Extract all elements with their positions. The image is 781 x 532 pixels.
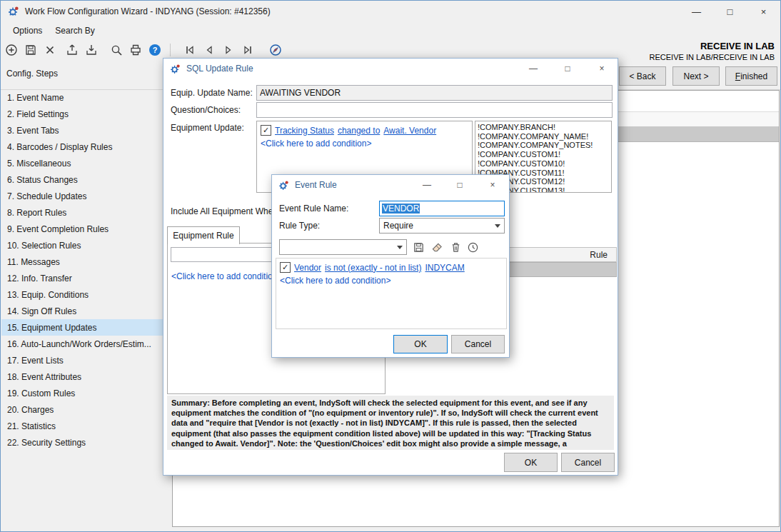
sidebar-item-event-completion-rules[interactable]: 9. Event Completion Rules [1, 221, 167, 237]
event-dialog-maximize-button[interactable]: □ [449, 176, 470, 194]
rule-type-label: Rule Type: [279, 221, 320, 231]
sidebar-item-equip-conditions[interactable]: 13. Equip. Conditions [1, 286, 167, 303]
update-rule-checkbox[interactable]: ✓ [261, 125, 271, 136]
search-icon[interactable] [110, 44, 123, 56]
event-dialog-close-button[interactable]: × [482, 176, 503, 194]
event-dialog-titlebar: Event Rule — □ × [272, 175, 509, 195]
saved-rule-combo[interactable] [279, 239, 407, 255]
equipment-add-condition-link[interactable]: <Click here to add condition> [171, 271, 282, 281]
update-name-label: Equip. Update Name: [171, 88, 253, 98]
maximize-button[interactable]: □ [713, 1, 747, 22]
sql-cancel-button[interactable]: Cancel [561, 453, 615, 472]
link-indycam[interactable]: INDYCAM [425, 263, 464, 273]
gear-icon [278, 180, 289, 191]
event-rule-name-label: Event Rule Name: [279, 204, 348, 214]
save-icon[interactable] [24, 44, 37, 56]
import-icon[interactable] [85, 44, 98, 56]
config-steps-title: Config. Steps [6, 69, 58, 79]
sidebar-item-event-name[interactable]: 1. Event Name [1, 89, 167, 106]
compass-icon[interactable] [269, 44, 282, 56]
nav-next-icon[interactable] [222, 44, 235, 56]
list-item[interactable]: !COMPANY.BRANCH! [478, 123, 609, 132]
sidebar-item-selection-rules[interactable]: 10. Selection Rules [1, 237, 167, 254]
sidebar-item-schedule-updates[interactable]: 7. Schedule Updates [1, 188, 167, 204]
add-condition-link[interactable]: <Click here to add condition> [257, 136, 472, 149]
delete-icon[interactable] [44, 44, 56, 56]
next-button[interactable]: Next > [672, 66, 720, 86]
list-item[interactable]: !COMPANY.CUSTOM10! [478, 159, 609, 169]
sidebar-item-custom-rules[interactable]: 19. Custom Rules [1, 385, 167, 401]
menubar: Options Search By [1, 22, 781, 39]
sql-dialog-title: SQL Update Rule [186, 64, 253, 74]
sidebar-item-status-changes[interactable]: 6. Status Changes [1, 171, 167, 188]
nav-previous-icon[interactable] [203, 44, 216, 56]
rule-type-dropdown[interactable]: Require [379, 218, 505, 234]
current-event-path: RECEIVE IN LAB/RECEIVE IN LAB [650, 53, 775, 61]
sidebar-item-auto-launch[interactable]: 16. Auto-Launch/Work Orders/Estim... [1, 336, 167, 352]
trash-icon[interactable] [450, 241, 462, 254]
help-icon[interactable]: ? [148, 44, 161, 56]
sql-dialog-titlebar: SQL Update Rule — □ × [163, 59, 618, 79]
sidebar-item-barcodes[interactable]: 4. Barcodes / Display Rules [1, 139, 167, 155]
sql-dialog-close-button[interactable]: × [590, 59, 613, 78]
event-rule-condition-panel: ✓ Vendor is not (exactly - not in list) … [276, 258, 507, 329]
sidebar-item-field-settings[interactable]: 2. Field Settings [1, 106, 167, 122]
event-rule-dialog: Event Rule — □ × Event Rule Name: VENDOR… [271, 174, 510, 358]
finished-button[interactable]: Finished [725, 66, 777, 86]
eraser-icon[interactable] [431, 241, 443, 254]
update-name-input[interactable] [256, 85, 613, 101]
clock-icon[interactable] [467, 241, 479, 254]
link-is-not-exactly[interactable]: is not (exactly - not in list) [325, 263, 421, 273]
sidebar-item-charges[interactable]: 20. Charges [1, 401, 167, 418]
link-await-vendor[interactable]: Await. Vendor [383, 126, 436, 136]
sql-dialog-minimize-button[interactable]: — [522, 59, 545, 78]
list-item[interactable]: !COMPANY.COMPANY_NOTES! [478, 141, 609, 150]
nav-first-icon[interactable] [183, 44, 196, 56]
close-button[interactable]: × [747, 1, 780, 22]
sidebar-item-report-rules[interactable]: 8. Report Rules [1, 204, 167, 221]
sidebar-item-event-attributes[interactable]: 18. Event Attributes [1, 368, 167, 385]
back-button[interactable]: < Back [619, 66, 666, 86]
link-vendor[interactable]: Vendor [294, 263, 321, 273]
config-steps-list: 1. Event Name 2. Field Settings 3. Event… [1, 89, 167, 451]
sidebar-item-equipment-updates[interactable]: 15. Equipment Updates [1, 319, 167, 336]
menu-options[interactable]: Options [6, 24, 49, 38]
tab-equipment-rule[interactable]: Equipment Rule [167, 226, 240, 244]
export-icon[interactable] [66, 44, 79, 56]
app-window: Work Flow Configuration Wizard - INDYANG… [0, 0, 781, 532]
sql-ok-button[interactable]: OK [504, 453, 558, 472]
link-changed-to[interactable]: changed to [338, 126, 380, 136]
equipment-update-label: Equipment Update: [171, 123, 244, 133]
sidebar-item-security-settings[interactable]: 22. Security Settings [1, 434, 167, 451]
titlebar: Work Flow Configuration Wizard - INDYANG… [1, 1, 780, 22]
link-tracking-status[interactable]: Tracking Status [275, 126, 334, 136]
menu-search-by[interactable]: Search By [49, 24, 101, 38]
event-dialog-minimize-button[interactable]: — [416, 176, 438, 194]
event-rule-name-input[interactable]: VENDOR [379, 201, 505, 216]
list-item[interactable]: !COMPANY.COMPANY_NAME! [478, 132, 609, 141]
event-add-condition-link[interactable]: <Click here to add condition> [276, 273, 506, 286]
sidebar-item-info-transfer[interactable]: 12. Info. Transfer [1, 270, 167, 286]
rule-column-header: Rule [590, 250, 608, 260]
sidebar-item-sign-off-rules[interactable]: 14. Sign Off Rules [1, 303, 167, 319]
sql-dialog-maximize-button[interactable]: □ [556, 59, 579, 78]
sidebar-item-miscellaneous[interactable]: 5. Miscellaneous [1, 155, 167, 171]
minimize-button[interactable]: — [680, 1, 713, 22]
sidebar-item-messages[interactable]: 11. Messages [1, 254, 167, 270]
sidebar-item-event-tabs[interactable]: 3. Event Tabs [1, 122, 167, 139]
print-icon[interactable] [129, 44, 142, 56]
sidebar-item-statistics[interactable]: 21. Statistics [1, 418, 167, 434]
nav-last-icon[interactable] [241, 44, 254, 56]
event-rule-checkbox[interactable]: ✓ [280, 262, 291, 273]
window-title: Work Flow Configuration Wizard - INDYANG… [25, 6, 271, 16]
sidebar-item-event-lists[interactable]: 17. Event Lists [1, 352, 167, 368]
question-choices-input[interactable] [256, 102, 613, 118]
svg-text:?: ? [153, 46, 158, 54]
chevron-down-icon [495, 224, 500, 228]
list-item[interactable]: !COMPANY.CUSTOM1! [478, 150, 609, 159]
event-cancel-button[interactable]: Cancel [451, 335, 505, 353]
add-icon[interactable] [5, 44, 18, 56]
app-logo-icon [8, 6, 19, 17]
save-rule-icon[interactable] [413, 241, 425, 254]
event-ok-button[interactable]: OK [393, 335, 448, 353]
